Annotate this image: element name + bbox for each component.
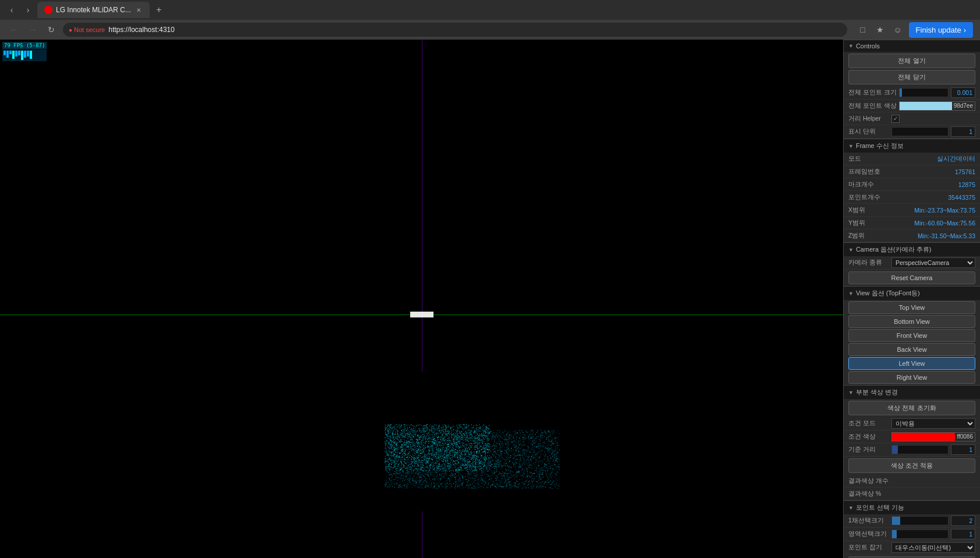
view-section-header[interactable]: ▼ View 옵션 (TopFont등): [844, 286, 980, 300]
box-select-size-bar-fill: [892, 517, 900, 525]
left-view-btn[interactable]: Left View: [848, 357, 975, 370]
camera-type-select[interactable]: PerspectiveCamera: [891, 257, 975, 268]
y-range-value: Min:-60.60~Max:75.56: [891, 220, 975, 227]
3d-viewer[interactable]: 79 FPS (5-87): [0, 40, 843, 558]
point-cloud-canvas: [320, 372, 623, 511]
security-indicator: ● Not secure: [69, 26, 105, 33]
camera-section-label: Camera 옵션(카메라 추류): [856, 245, 932, 254]
area-select-size-bar-fill: [892, 530, 897, 538]
result-percent-row: 결과색상 %: [844, 488, 980, 500]
distance-helper-label: 거리 Helper: [848, 115, 889, 123]
point-size-bar-fill: [900, 89, 902, 97]
new-tab-btn[interactable]: +: [152, 3, 166, 17]
point-size-input[interactable]: [951, 87, 975, 98]
frame-info-section-header[interactable]: ▼ Frame 수신 정보: [844, 139, 980, 153]
box-select-size-bar: [891, 516, 949, 525]
x-range-label: X범위: [848, 206, 889, 214]
point-selection-section-header[interactable]: ▼ 포인트 선택 기능: [844, 500, 980, 514]
marker-count-value: 12875: [891, 181, 975, 188]
browser-chrome: ‹ › LG Innotek MLiDAR C... ✕ + ← → ↻ ● N…: [0, 0, 980, 40]
fps-text: 79 FPS (5-87): [2, 42, 47, 49]
z-range-label: Z범위: [848, 232, 889, 240]
frame-no-label: 프레임번호: [848, 168, 889, 176]
finish-update-button[interactable]: Finish update ›: [909, 22, 973, 38]
distance-helper-checkbox[interactable]: ✓: [891, 115, 900, 123]
camera-arrow-icon: ▼: [848, 247, 854, 253]
back-btn[interactable]: ←: [7, 23, 21, 37]
reset-camera-btn[interactable]: Reset Camera: [848, 271, 975, 284]
condition-mode-select[interactable]: 이박용: [891, 418, 975, 429]
controls-section-header[interactable]: ▼ Controls: [844, 40, 980, 52]
mode-label: 모드: [848, 155, 889, 163]
point-hold-label: 포인트 잡기: [848, 543, 889, 552]
tab-close-btn[interactable]: ✕: [135, 6, 143, 14]
color-all-reset-btn[interactable]: 색상 전체 초기화: [848, 401, 975, 415]
point-size-label: 전체 포인트 크기: [848, 89, 897, 97]
y-range-row: Y범위 Min:-60.60~Max:75.56: [844, 217, 980, 229]
mode-row: 모드 실시간데이터: [844, 153, 980, 165]
point-hold-row: 포인트 잡기 대우스이동(미선택): [844, 541, 980, 555]
active-tab[interactable]: LG Innotek MLiDAR C... ✕: [37, 2, 150, 18]
bookmark-icon[interactable]: ★: [874, 23, 887, 36]
condition-color-label: 조건 색상: [848, 433, 889, 441]
condition-mode-label: 조건 모드: [848, 419, 889, 428]
security-dot: ●: [69, 27, 72, 33]
front-view-btn[interactable]: Front View: [848, 329, 975, 342]
checkbox-icon: ✓: [891, 115, 900, 123]
right-view-btn[interactable]: Right View: [848, 371, 975, 384]
area-select-size-row: 영역선택크기: [844, 528, 980, 541]
z-range-row: Z범위 Min:-31.50~Max:5.33: [844, 229, 980, 242]
display-unit-input[interactable]: [951, 126, 975, 137]
point-color-hex: 98d7ee: [952, 103, 975, 109]
point-count-label: 포인트개수: [848, 193, 889, 202]
condition-mode-row: 조건 모드 이박용: [844, 417, 980, 430]
camera-type-label: 카메라 종류: [848, 259, 889, 267]
forward-btn[interactable]: →: [26, 23, 40, 37]
frame-no-value: 175761: [891, 168, 975, 175]
camera-section-header[interactable]: ▼ Camera 옵션(카메라 추류): [844, 242, 980, 256]
x-range-row: X범위 Min:-23.73~Max:73.75: [844, 204, 980, 217]
apply-condition-btn[interactable]: 색상 조건 적용: [848, 458, 975, 473]
reload-btn[interactable]: ↻: [44, 23, 58, 37]
area-select-size-input[interactable]: [951, 529, 975, 539]
fps-overlay: 79 FPS (5-87): [2, 42, 47, 61]
bottom-view-btn[interactable]: Bottom View: [848, 315, 975, 328]
partial-color-section-header[interactable]: ▼ 부분 색상 변경: [844, 385, 980, 399]
cast-icon[interactable]: □: [856, 23, 869, 36]
point-color-swatch[interactable]: 98d7ee: [899, 101, 975, 111]
area-select-size-bar: [891, 529, 949, 539]
base-distance-input[interactable]: [951, 444, 975, 455]
close-all-btn[interactable]: 전체 닫기: [848, 70, 975, 84]
marker-count-row: 마크개수 12875: [844, 178, 980, 191]
display-unit-bar: [891, 127, 949, 136]
security-label: Not secure: [74, 26, 105, 33]
point-color-label: 전체 포인트 색상: [848, 102, 897, 110]
frame-no-row: 프레임번호 175761: [844, 165, 980, 178]
box-select-size-row: 1채선택크기: [844, 514, 980, 528]
result-color-count-row: 결과색상 개수: [844, 475, 980, 488]
address-bar[interactable]: ● Not secure https://localhost:4310: [63, 23, 847, 37]
frame-info-section-label: Frame 수신 정보: [856, 142, 904, 150]
box-select-size-label: 1채선택크기: [848, 517, 889, 525]
top-view-btn[interactable]: Top View: [848, 301, 975, 314]
point-size-bar: [899, 88, 949, 97]
browser-actions: □ ★ ☺: [856, 23, 904, 36]
back-view-btn[interactable]: Back View: [848, 343, 975, 356]
url-display: https://localhost:4310: [108, 26, 174, 34]
main-content: 79 FPS (5-87) ▼: [0, 40, 980, 558]
tab-bar: ‹ › LG Innotek MLiDAR C... ✕ +: [0, 0, 980, 20]
tab-forward-btn[interactable]: ›: [21, 3, 35, 17]
condition-color-fill: [892, 433, 955, 441]
point-hold-select[interactable]: 대우스이동(미선택): [891, 542, 975, 553]
controls-arrow-icon: ▼: [848, 43, 854, 49]
box-select-size-input[interactable]: [951, 515, 975, 526]
open-all-btn[interactable]: 전체 열기: [848, 54, 975, 68]
tab-back-btn[interactable]: ‹: [5, 3, 19, 17]
finish-update-label: Finish update: [916, 26, 961, 34]
center-marker: [410, 312, 433, 317]
view-section-label: View 옵션 (TopFont등): [856, 289, 920, 298]
base-distance-label: 기준 거리: [848, 446, 889, 454]
point-count-row: 포인트개수 35443375: [844, 191, 980, 204]
condition-color-swatch[interactable]: ff0086: [891, 432, 975, 442]
profile-icon[interactable]: ☺: [891, 23, 904, 36]
